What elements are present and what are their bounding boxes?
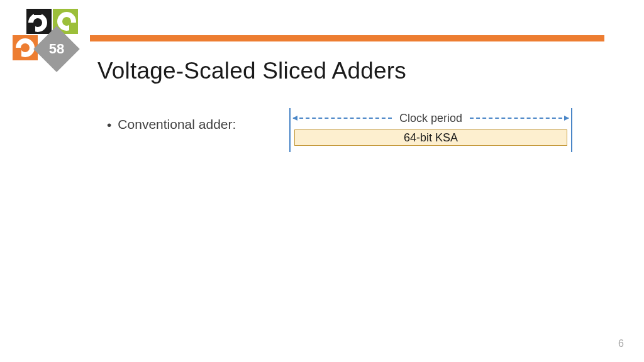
clock-period-span: Clock period bbox=[293, 112, 569, 124]
clock-boundary-right bbox=[571, 108, 572, 152]
svg-rect-6 bbox=[69, 23, 78, 34]
svg-rect-3 bbox=[34, 9, 42, 15]
page-number: 6 bbox=[618, 338, 624, 349]
slide-title: Voltage-Scaled Sliced Adders bbox=[97, 58, 406, 84]
ksa-bar: 64-bit KSA bbox=[294, 129, 567, 146]
clock-boundary-left bbox=[289, 108, 291, 152]
header-accent-bar bbox=[90, 35, 604, 41]
logo-badge-text: 58 bbox=[49, 41, 64, 57]
clock-dash-right bbox=[470, 118, 569, 119]
clock-period-label: Clock period bbox=[397, 112, 465, 125]
timing-diagram: Clock period 64-bit KSA bbox=[289, 107, 572, 154]
bullet-text: Conventional adder: bbox=[118, 117, 236, 132]
svg-rect-9 bbox=[13, 48, 21, 60]
bullet-marker: • bbox=[107, 117, 111, 133]
conference-logo: 58 bbox=[13, 9, 87, 72]
arrow-right-icon bbox=[564, 116, 569, 121]
clock-dash-left bbox=[293, 118, 392, 119]
svg-rect-2 bbox=[26, 23, 35, 34]
arrow-left-icon bbox=[292, 116, 297, 121]
bullet-item: • Conventional adder: bbox=[107, 117, 236, 133]
ksa-bar-label: 64-bit KSA bbox=[404, 131, 458, 145]
